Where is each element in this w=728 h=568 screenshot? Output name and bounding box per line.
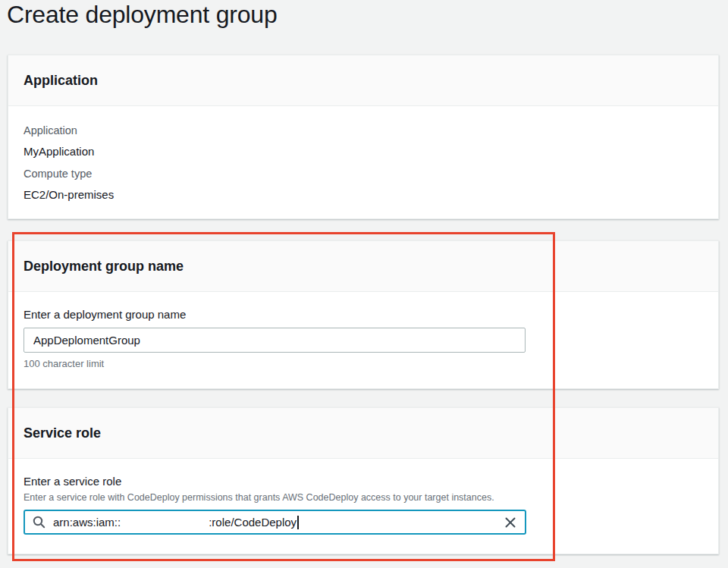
deployment-group-card-body: Enter a deployment group name 100 charac… (8, 292, 718, 385)
application-value: MyApplication (24, 144, 703, 159)
compute-type-label: Compute type (24, 166, 703, 181)
deployment-group-card: Deployment group name Enter a deployment… (8, 240, 719, 389)
deployment-group-card-title: Deployment group name (8, 241, 718, 292)
service-role-card-body: Enter a service role Enter a service rol… (8, 459, 718, 550)
deployment-group-name-label: Enter a deployment group name (24, 308, 186, 321)
application-card: Application Application MyApplication Co… (8, 55, 719, 219)
page-title: Create deployment group (7, 1, 278, 29)
clear-icon[interactable] (504, 516, 517, 529)
service-role-input[interactable]: arn:aws:iam:: :role/CodeDeploy (24, 510, 526, 535)
application-card-body: Application MyApplication Compute type E… (8, 106, 718, 218)
service-role-card: Service role Enter a service role Enter … (8, 407, 719, 554)
deployment-group-name-input[interactable] (24, 328, 526, 353)
compute-type-value: EC2/On-premises (24, 187, 703, 202)
service-role-label: Enter a service role (24, 475, 121, 488)
service-role-card-title: Service role (8, 408, 718, 459)
service-role-arn-suffix: :role/CodeDeploy (209, 516, 297, 529)
text-caret (297, 516, 299, 529)
service-role-arn-prefix: arn:aws:iam:: (53, 516, 121, 529)
character-limit-helper: 100 character limit (24, 358, 703, 370)
application-card-title: Application (8, 55, 718, 106)
application-label: Application (24, 123, 703, 138)
search-icon (33, 516, 46, 529)
service-role-description: Enter a service role with CodeDeploy per… (24, 491, 703, 504)
